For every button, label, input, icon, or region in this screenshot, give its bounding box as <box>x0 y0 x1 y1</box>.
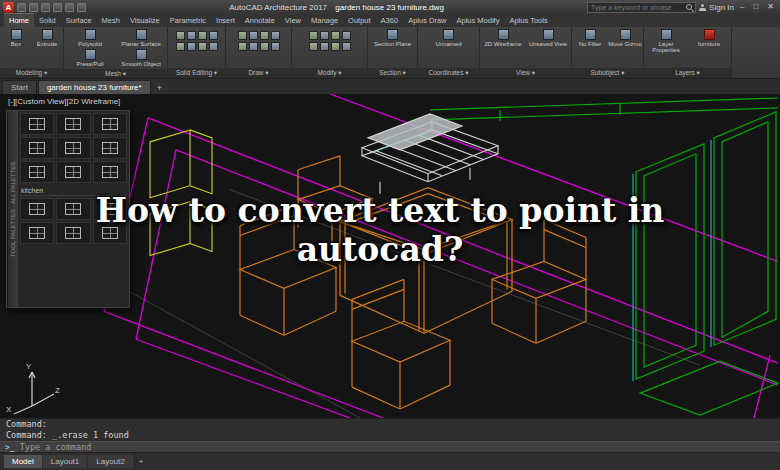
tool-icon[interactable] <box>320 31 329 40</box>
ribbon-tab-output[interactable]: Output <box>343 14 376 27</box>
ribbon-button-move-gizmo[interactable]: Move Gizmo <box>608 28 642 47</box>
tool-icon[interactable] <box>342 42 351 51</box>
ribbon-tab-view[interactable]: View <box>280 14 306 27</box>
ribbon-tab-aplus-modify[interactable]: Aplus Modify <box>452 14 505 27</box>
panel-label-view[interactable]: View ▾ <box>480 68 571 78</box>
tool-icon[interactable] <box>209 31 218 40</box>
tool-icon[interactable] <box>209 42 218 51</box>
ribbon-tab-aplus-tools[interactable]: Aplus Tools <box>504 14 552 27</box>
palette-block[interactable] <box>20 137 54 159</box>
tool-icon[interactable] <box>198 31 207 40</box>
ribbon-tab-insert[interactable]: Insert <box>211 14 240 27</box>
ribbon-button-smooth-object[interactable]: Smooth Object <box>116 48 166 67</box>
tool-icon[interactable] <box>249 42 258 51</box>
ribbon-button-box[interactable]: Box <box>1 28 31 47</box>
save-icon[interactable] <box>41 3 50 12</box>
drawing-viewport[interactable]: [-][Custom View][2D Wireframe] TOOL PALE… <box>0 94 780 418</box>
panel-label-layers[interactable]: Layers ▾ <box>644 68 731 78</box>
ribbon-button-layer-properties[interactable]: Layer Properties <box>645 28 687 54</box>
ribbon-button-label: Unnamed <box>435 41 461 47</box>
panel-label-solid-editing[interactable]: Solid Editing ▾ <box>168 68 225 78</box>
tool-icon[interactable] <box>176 42 185 51</box>
ribbon-button-press-pull[interactable]: Press/Pull <box>65 48 115 67</box>
ribbon-button-extrude[interactable]: Extrude <box>32 28 62 47</box>
ribbon-tab-annotate[interactable]: Annotate <box>240 14 280 27</box>
palette-block-grid <box>20 113 127 183</box>
redo-icon[interactable] <box>77 3 86 12</box>
panel-label-coordinates[interactable]: Coordinates ▾ <box>418 68 479 78</box>
ribbon-tab-home[interactable]: Home <box>4 13 34 27</box>
layout-tab-layout2[interactable]: Layout2 <box>88 455 132 468</box>
ribbon-button-no-filter[interactable]: No Filter <box>573 28 607 47</box>
panel-label-section[interactable]: Section ▾ <box>368 68 417 78</box>
panel-label-modify[interactable]: Modify ▾ <box>292 68 367 78</box>
tool-icon[interactable] <box>249 31 258 40</box>
ribbon-button-planar-surface[interactable]: Planar Surface <box>116 28 166 47</box>
tool-icon[interactable] <box>309 31 318 40</box>
ribbon-button-2d-wireframe[interactable]: 2D Wireframe <box>481 28 525 47</box>
tool-icon[interactable] <box>271 42 280 51</box>
ribbon-tab-visualize[interactable]: Visualize <box>125 14 165 27</box>
command-prompt-icon: >_ <box>5 443 15 452</box>
palette-block[interactable] <box>56 137 90 159</box>
command-input[interactable]: >_ Type a command <box>0 441 780 452</box>
panel-label-mesh[interactable]: Mesh ▾ <box>64 69 167 78</box>
ribbon-button-furniture[interactable]: furniture <box>688 28 730 54</box>
ribbon-button-section-plane[interactable]: Section Plane <box>369 28 416 47</box>
palette-block[interactable] <box>93 161 127 183</box>
layout-tab-model[interactable]: Model <box>4 455 42 468</box>
tool-icon[interactable] <box>342 31 351 40</box>
tool-icon[interactable] <box>331 42 340 51</box>
panel-label-draw[interactable]: Draw ▾ <box>226 68 291 78</box>
tool-icon[interactable] <box>198 42 207 51</box>
file-tab-start[interactable]: Start <box>2 80 37 94</box>
tool-icon[interactable] <box>309 42 318 51</box>
tool-icon[interactable] <box>271 31 280 40</box>
ribbon-button-polysolid[interactable]: Polysolid <box>65 28 115 47</box>
tool-icon[interactable] <box>176 31 185 40</box>
panel-label-subobject[interactable]: Subobject ▾ <box>572 68 643 78</box>
palette-block[interactable] <box>56 161 90 183</box>
tool-icon[interactable] <box>331 31 340 40</box>
tool-icon[interactable] <box>260 31 269 40</box>
ribbon-button-unsaved-view[interactable]: Unsaved View <box>526 28 570 47</box>
tool-palette-title-bar[interactable]: TOOL PALETTES - ALL PALETTES <box>7 111 18 307</box>
viewport-controls-label[interactable]: [-][Custom View][2D Wireframe] <box>8 97 120 106</box>
ribbon-tab-surface[interactable]: Surface <box>61 14 97 27</box>
palette-block[interactable] <box>20 113 54 135</box>
ribbon-tab-a360[interactable]: A360 <box>376 14 404 27</box>
tool-icon[interactable] <box>238 31 247 40</box>
sign-in-button[interactable]: Sign In <box>709 3 734 12</box>
search-input[interactable] <box>591 4 683 11</box>
palette-block[interactable] <box>93 113 127 135</box>
ribbon-tab-solid[interactable]: Solid <box>34 14 61 27</box>
panel-label-modeling[interactable]: Modeling ▾ <box>0 68 63 78</box>
autocad-logo-icon[interactable]: A <box>3 2 14 13</box>
ribbon-tab-manage[interactable]: Manage <box>306 14 343 27</box>
palette-block[interactable] <box>93 137 127 159</box>
plot-icon[interactable] <box>53 3 62 12</box>
layout-tab-layout1[interactable]: Layout1 <box>43 455 87 468</box>
open-file-icon[interactable] <box>29 3 38 12</box>
palette-block[interactable] <box>56 113 90 135</box>
new-layout-button[interactable]: + <box>134 455 149 468</box>
panel-body <box>292 27 367 68</box>
new-file-icon[interactable] <box>17 3 26 12</box>
tool-icon[interactable] <box>187 31 196 40</box>
tool-icon[interactable] <box>187 42 196 51</box>
palette-block[interactable] <box>20 161 54 183</box>
ribbon-tab-mesh[interactable]: Mesh <box>97 14 125 27</box>
undo-icon[interactable] <box>65 3 74 12</box>
minimize-button[interactable]: – <box>737 1 747 13</box>
tool-icon[interactable] <box>320 42 329 51</box>
ribbon-tab-parametric[interactable]: Parametric <box>165 14 211 27</box>
tool-icon[interactable] <box>238 42 247 51</box>
tool-icon[interactable] <box>260 42 269 51</box>
ribbon-button-unnamed[interactable]: Unnamed <box>419 28 478 47</box>
ribbon-tab-aplus-draw[interactable]: Aplus Draw <box>403 14 451 27</box>
file-tab-garden-house-23-furniture[interactable]: garden house 23 furniture* <box>38 80 151 94</box>
search-icon[interactable] <box>686 4 692 10</box>
maximize-button[interactable]: □ <box>750 1 761 13</box>
new-drawing-tab-button[interactable]: + <box>152 82 167 94</box>
close-button[interactable]: ✕ <box>764 1 777 13</box>
